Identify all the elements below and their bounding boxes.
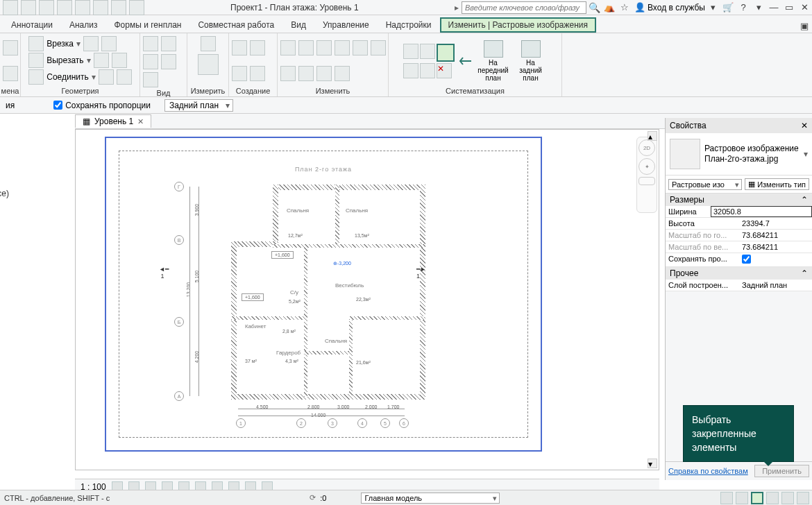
user-icon[interactable]: 👤: [632, 1, 648, 15]
tool-icon[interactable]: [161, 36, 176, 51]
minimize-icon[interactable]: —: [766, 1, 781, 15]
search-icon[interactable]: 🔍: [586, 1, 602, 15]
tool-icon[interactable]: [298, 40, 314, 55]
search-input[interactable]: [462, 1, 586, 14]
tool-icon[interactable]: [99, 69, 114, 85]
measure-big-icon[interactable]: [198, 54, 219, 75]
signin-link[interactable]: Вход в службы: [648, 3, 705, 12]
group-size[interactable]: Размеры⌃: [666, 194, 812, 206]
props-help-link[interactable]: Справка по свойствам: [668, 467, 748, 475]
vscrollbar[interactable]: ▴▾: [648, 131, 657, 468]
tool-icon[interactable]: [94, 53, 109, 68]
prop-value[interactable]: 23394.7: [739, 218, 812, 229]
qat-icon[interactable]: [39, 0, 54, 15]
join-icon[interactable]: [28, 69, 44, 85]
qat-icon[interactable]: [111, 0, 126, 15]
tool-icon[interactable]: [161, 54, 176, 69]
measure-icon[interactable]: [201, 36, 216, 51]
qat-icon[interactable]: [75, 0, 90, 15]
select-link-icon[interactable]: [720, 492, 733, 504]
group-other[interactable]: Прочее⌃: [666, 267, 812, 280]
align-icon[interactable]: [403, 44, 418, 59]
tool-icon[interactable]: [316, 66, 332, 81]
cart-icon[interactable]: 🛒: [720, 1, 736, 15]
collapse-icon[interactable]: ⌃: [801, 195, 808, 205]
tab-analysis[interactable]: Анализ: [61, 17, 106, 33]
chevron-down-icon[interactable]: ▾: [804, 149, 808, 159]
tool-icon[interactable]: [117, 69, 132, 85]
restore-icon[interactable]: ▭: [781, 1, 797, 15]
status-icon[interactable]: [294, 493, 305, 504]
qat-icon[interactable]: [93, 0, 108, 15]
prop-width-input[interactable]: [711, 206, 812, 217]
prop-value[interactable]: Задний план: [739, 280, 812, 291]
apply-button[interactable]: Применить: [754, 465, 809, 477]
drag-icon[interactable]: [781, 492, 794, 504]
filter-icon[interactable]: [797, 492, 809, 504]
send-back-button[interactable]: На задний план: [514, 40, 548, 82]
worksets-icon[interactable]: [330, 493, 341, 504]
close-icon[interactable]: ✕: [137, 117, 144, 126]
tab-view[interactable]: Вид: [282, 17, 314, 33]
editreq-icon[interactable]: [346, 493, 357, 504]
tool-icon[interactable]: [280, 40, 296, 55]
tool-icon[interactable]: [143, 36, 158, 51]
tab-collab[interactable]: Совместная работа: [189, 17, 282, 33]
tool-icon[interactable]: [101, 36, 117, 51]
keep-proportions-input[interactable]: [53, 101, 62, 110]
tab-annotations[interactable]: Аннотации: [3, 17, 61, 33]
edit-type-button[interactable]: ▦Изменить тип: [745, 178, 809, 190]
star-icon[interactable]: ☆: [617, 1, 632, 15]
tool-icon[interactable]: [232, 40, 247, 55]
tab-modify-raster[interactable]: Изменить | Растровые изображения: [440, 17, 597, 33]
join-label[interactable]: Соединить: [46, 72, 89, 82]
tool-icon[interactable]: [298, 66, 314, 81]
bring-front-button[interactable]: На передний план: [477, 40, 510, 82]
tool-icon[interactable]: [112, 53, 127, 68]
search-play-icon[interactable]: ▸: [455, 3, 459, 12]
tool-icon[interactable]: [83, 36, 99, 51]
cut-label[interactable]: Вырезать: [46, 55, 83, 65]
qat-icon[interactable]: [57, 0, 72, 15]
tool-icon[interactable]: [250, 66, 265, 81]
comm-icon[interactable]: ⛺: [602, 1, 617, 15]
select-underlay-icon[interactable]: [736, 492, 748, 504]
tool-icon[interactable]: [143, 72, 158, 87]
draw-order-combo[interactable]: Задний план: [164, 99, 233, 112]
tool-icon[interactable]: [250, 40, 265, 55]
help-icon[interactable]: ?: [736, 1, 751, 15]
select-face-icon[interactable]: [766, 492, 779, 504]
tool-icon[interactable]: [232, 66, 247, 81]
prop-keep-checkbox[interactable]: [742, 255, 751, 264]
qat-icon[interactable]: [21, 0, 36, 15]
workset-combo[interactable]: Главная модель: [361, 493, 500, 504]
qat-icon[interactable]: [3, 0, 18, 15]
chevron-down-icon[interactable]: ▾: [751, 1, 766, 15]
close-icon[interactable]: ✕: [797, 1, 812, 15]
tab-addins[interactable]: Надстройки: [378, 17, 440, 33]
align-icon[interactable]: [420, 44, 435, 59]
tool-icon[interactable]: [316, 40, 332, 55]
doc-tab-level1[interactable]: ▦ Уровень 1 ✕: [75, 114, 151, 128]
drawing-canvas[interactable]: 2D ✦ ▴▾ План 2-го этажа Спальня Спальня …: [75, 129, 659, 470]
rotate-icon[interactable]: [280, 66, 296, 81]
tool-icon[interactable]: [3, 66, 18, 81]
select-pinned-icon[interactable]: [751, 492, 763, 504]
qat-icon[interactable]: [129, 0, 144, 15]
align-icon[interactable]: [403, 63, 418, 78]
arrow-icon[interactable]: [3, 40, 18, 55]
type-selector[interactable]: Растровое изображение План-2го-этажа.jpg…: [666, 133, 812, 176]
tool-icon[interactable]: [143, 54, 158, 69]
align-icon-active[interactable]: [437, 44, 455, 62]
delete-icon[interactable]: ✕: [437, 63, 452, 78]
collapse-icon[interactable]: ⌃: [801, 268, 808, 278]
keep-proportions-checkbox[interactable]: Сохранять пропорции: [53, 101, 151, 110]
instance-filter-combo[interactable]: Растровые изо: [668, 179, 742, 190]
ribbon-collapse-icon[interactable]: ▣: [797, 19, 812, 33]
tool-icon[interactable]: [335, 66, 350, 81]
close-icon[interactable]: ✕: [801, 121, 808, 130]
align-icon[interactable]: [420, 63, 435, 78]
chevron-down-icon[interactable]: ▾: [705, 1, 720, 15]
cope-icon[interactable]: [28, 36, 44, 51]
tab-manage[interactable]: Управление: [314, 17, 378, 33]
